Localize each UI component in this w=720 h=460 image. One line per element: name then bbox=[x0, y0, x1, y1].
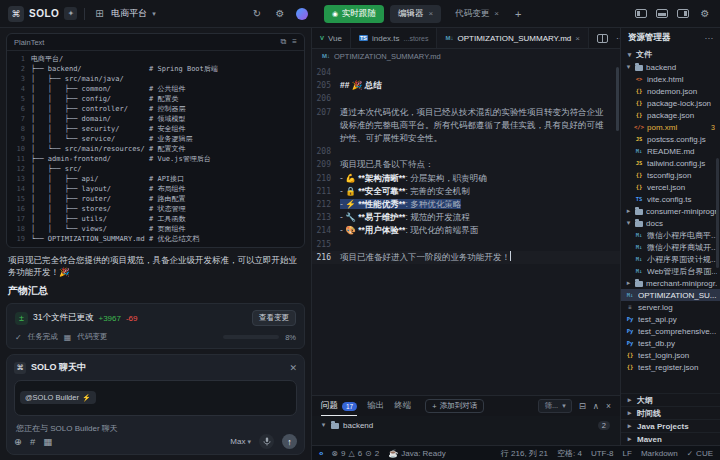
view-changes-button[interactable]: 查看变更 bbox=[252, 310, 296, 326]
problems-status[interactable]: ⊗ 9 △ 6 ⊙ 2 bbox=[331, 449, 379, 458]
tab-problems[interactable]: 问题 17 bbox=[321, 396, 357, 416]
tree-file-item[interactable]: Pytest_comprehensive... bbox=[621, 325, 720, 337]
chat-composer[interactable]: @SOLO Builder ⚡ bbox=[14, 380, 297, 416]
tree-file-item[interactable]: {}test_login.json bbox=[621, 349, 720, 361]
extension-status[interactable]: ✓ CUE bbox=[687, 449, 713, 458]
add-tab-icon[interactable]: + bbox=[515, 8, 521, 20]
live-follow-button[interactable]: ◉ 实时跟随 bbox=[324, 5, 384, 23]
tree-file-item[interactable]: M↓README.md bbox=[621, 145, 720, 157]
editor-line[interactable]: 210- 💪 **架构清晰**: 分层架构，职责明确 bbox=[312, 172, 620, 185]
mic-button[interactable] bbox=[259, 434, 274, 449]
editor-line[interactable]: 213- 🔧 **易于维护**: 规范的开发流程 bbox=[312, 211, 620, 224]
editor-line[interactable]: 205## 🎉 总结 bbox=[312, 79, 620, 92]
tree-file-item[interactable]: <>index.html bbox=[621, 73, 720, 85]
close-icon[interactable]: × bbox=[494, 9, 499, 18]
tree-file-item[interactable]: </>pom.xml3 bbox=[621, 121, 720, 133]
section-timeline[interactable]: ▸ 时间线 bbox=[621, 406, 720, 419]
tree-folder-item[interactable]: ▸merchant-miniprogr... bbox=[621, 277, 720, 289]
editor-line[interactable]: 211- 🔒 **安全可靠**: 完善的安全机制 bbox=[312, 185, 620, 198]
history-icon[interactable]: ↻ bbox=[250, 8, 264, 19]
project-name[interactable]: 电商平台 bbox=[111, 7, 147, 20]
task-done-chip[interactable]: 任务完成 bbox=[28, 332, 58, 342]
more-actions-icon[interactable]: ⋯ bbox=[705, 33, 714, 43]
section-outline[interactable]: ▸ 大纲 bbox=[621, 393, 720, 406]
files-section-header[interactable]: ▾ 文件 bbox=[621, 48, 720, 61]
indentation-setting[interactable]: 空格: 4 bbox=[557, 448, 582, 459]
context-hash-icon[interactable]: # bbox=[30, 436, 35, 447]
tree-file-item[interactable]: M↓微信小程序电商平... bbox=[621, 229, 720, 241]
tree-folder-item[interactable]: ▾backend bbox=[621, 61, 720, 73]
close-icon[interactable]: ✕ bbox=[289, 363, 297, 373]
problems-filter-input[interactable]: 筛... ▾ bbox=[538, 399, 571, 413]
editor-line[interactable]: 206 bbox=[312, 92, 620, 105]
tree-file-item[interactable]: JSpostcss.config.js bbox=[621, 133, 720, 145]
eol-setting[interactable]: LF bbox=[623, 449, 632, 458]
section-maven[interactable]: ▸ Maven bbox=[621, 432, 720, 445]
cursor-position[interactable]: 行 216, 列 21 bbox=[501, 448, 548, 459]
tab-output[interactable]: 输出 bbox=[367, 396, 384, 416]
editor-scrollbar[interactable] bbox=[616, 67, 619, 131]
close-icon[interactable]: × bbox=[429, 9, 434, 18]
tree-folder-item[interactable]: ▸consumer-miniprogr... bbox=[621, 205, 720, 217]
tree-file-item[interactable]: {}package-lock.json bbox=[621, 97, 720, 109]
send-button[interactable]: ↑ bbox=[282, 434, 297, 449]
layout-sidebar-right-icon[interactable] bbox=[677, 9, 689, 18]
tree-file-item[interactable]: M↓小程序界面设计规... bbox=[621, 253, 720, 265]
maximize-panel-icon[interactable]: ∧ bbox=[593, 401, 599, 411]
tree-file-item[interactable]: Pytest_api.py bbox=[621, 313, 720, 325]
attach-icon[interactable]: ⊕ bbox=[14, 436, 22, 447]
editor-line[interactable]: 208 bbox=[312, 145, 620, 158]
settings-icon[interactable]: ⚙ bbox=[273, 8, 287, 19]
language-mode[interactable]: Markdown bbox=[641, 449, 678, 458]
tree-file-item[interactable]: {}tsconfig.json bbox=[621, 169, 720, 181]
workspace-grid-icon[interactable]: ⊞ bbox=[92, 8, 106, 19]
tab-code-changes[interactable]: 代码变更 × bbox=[447, 5, 507, 23]
mention-chip[interactable]: @SOLO Builder ⚡ bbox=[20, 391, 96, 404]
add-to-chat-button[interactable]: + 添加到对话 bbox=[425, 399, 484, 413]
tab-terminal[interactable]: 终端 bbox=[394, 396, 411, 416]
layout-sidebar-left-icon[interactable] bbox=[635, 9, 647, 18]
tree-file-item[interactable]: M↓Web管理后台界面... bbox=[621, 265, 720, 277]
solo-badge-icon[interactable]: ✦ bbox=[64, 7, 77, 20]
tree-file-item[interactable]: {}test_register.json bbox=[621, 361, 720, 373]
model-selector[interactable]: Max ▾ bbox=[230, 437, 251, 446]
editor-line[interactable]: 204 bbox=[312, 66, 620, 79]
editor-code-area[interactable]: 204205## 🎉 总结206207通过本次代码优化，项目已经从技术混乱的实验… bbox=[312, 63, 620, 395]
encoding-setting[interactable]: UTF-8 bbox=[591, 449, 614, 458]
template-icon[interactable]: ▦ bbox=[43, 436, 52, 447]
code-change-chip[interactable]: 代码变更 bbox=[77, 332, 107, 342]
problems-group-row[interactable]: ▾ backend 2 bbox=[320, 418, 612, 432]
editor-line[interactable]: 212- ⚡ **性能优秀**: 多种优化策略 bbox=[312, 198, 620, 211]
tree-file-item[interactable]: JStailwind.config.js bbox=[621, 157, 720, 169]
chevron-down-icon[interactable]: ▾ bbox=[152, 10, 156, 18]
section-java-projects[interactable]: ▸ Java Projects bbox=[621, 419, 720, 432]
close-panel-icon[interactable]: × bbox=[606, 401, 611, 411]
close-icon[interactable]: × bbox=[575, 34, 580, 43]
file-tab-optimization-summary[interactable]: M↓ OPTIMIZATION_SUMMARY.md × bbox=[437, 28, 588, 48]
editor-line[interactable]: 216项目已准备好进入下一阶段的业务功能开发！ bbox=[312, 251, 620, 264]
java-status[interactable]: ☕ Java: Ready bbox=[388, 449, 445, 458]
tab-editor[interactable]: 编辑器 × bbox=[390, 5, 441, 23]
tree-file-item[interactable]: ≡server.log bbox=[621, 301, 720, 313]
collapse-icon[interactable]: ≡ bbox=[292, 37, 297, 47]
tree-file-item[interactable]: Pytest_db.py bbox=[621, 337, 720, 349]
split-editor-icon[interactable] bbox=[597, 34, 608, 43]
file-tab-vue[interactable]: V Vue bbox=[312, 28, 351, 48]
tree-file-item[interactable]: M↓微信小程序商城开... bbox=[621, 241, 720, 253]
remote-icon[interactable]: ‹› bbox=[319, 449, 322, 458]
sidebar-scrollbar[interactable] bbox=[716, 158, 719, 268]
tree-file-item[interactable]: {}vercel.json bbox=[621, 181, 720, 193]
tree-folder-item[interactable]: ▾docs bbox=[621, 217, 720, 229]
gear-icon[interactable]: ⚙ bbox=[698, 8, 712, 19]
editor-line[interactable]: 215 bbox=[312, 238, 620, 251]
tree-file-item[interactable]: TSvite.config.ts bbox=[621, 193, 720, 205]
layout-panel-bottom-icon[interactable] bbox=[656, 9, 668, 18]
tree-file-item[interactable]: {}package.json bbox=[621, 109, 720, 121]
copy-icon[interactable]: ⧉ bbox=[281, 37, 287, 47]
editor-line[interactable]: 207通过本次代码优化，项目已经从技术混乱的实验性项目转变为符合企业级标准的完整… bbox=[312, 106, 620, 146]
editor-line[interactable]: 209项目现已具备以下特点： bbox=[312, 158, 620, 171]
breadcrumb[interactable]: M↓ OPTIMIZATION_SUMMARY.md bbox=[312, 49, 620, 63]
tree-file-item[interactable]: {}nodemon.json bbox=[621, 85, 720, 97]
editor-line[interactable]: 214- 🎨 **用户体验**: 现代化的前端界面 bbox=[312, 224, 620, 237]
collapse-all-icon[interactable]: ⊟ bbox=[579, 401, 586, 411]
